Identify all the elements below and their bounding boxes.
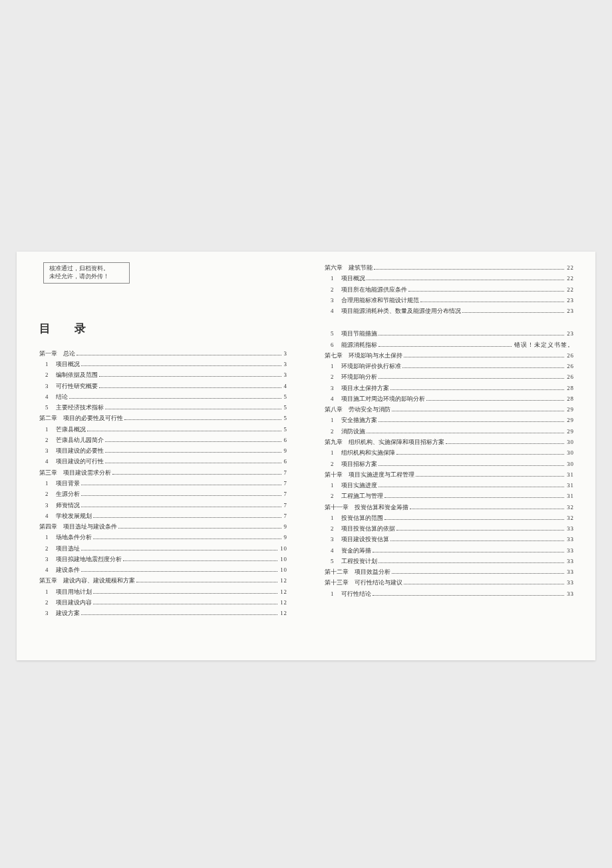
toc-leader-dots <box>390 541 564 541</box>
toc-entry-number: 4 <box>45 391 52 402</box>
toc-entry-label: 第十一章 投资估算和资金筹措 <box>325 502 408 513</box>
toc-entry-page: 33 <box>565 523 574 534</box>
toc-leader-dots <box>379 378 564 379</box>
toc-sub-entry: 5项目节能措施23 <box>325 328 574 339</box>
toc-left: 第一章 总论31项目概况32编制依据及范围33可行性研究概要44结论55主要经济… <box>39 348 287 619</box>
toc-sub-entry: 1项目用地计划12 <box>39 586 287 597</box>
toc-sub-entry: 5工程投资计划33 <box>325 556 574 566</box>
toc-entry-label: 第九章 组织机构、实施保障和项目招标方案 <box>325 437 444 447</box>
toc-leader-dots <box>136 582 277 582</box>
toc-leader-dots <box>76 355 281 355</box>
toc-sub-entry: 2芒康县幼儿园简介6 <box>39 435 287 445</box>
toc-entry-page: 22 <box>565 262 574 273</box>
toc-entry-page: 5 <box>283 402 287 413</box>
toc-entry-page: 26 <box>565 371 574 382</box>
toc-entry-page: 33 <box>565 556 574 566</box>
toc-sub-entry: 1项目概况22 <box>325 273 574 284</box>
toc-right-bottom: 5项目节能措施236能源消耗指标错误！未定义书签。第七章 环境影响与水土保持26… <box>325 328 574 599</box>
toc-entry-label: 环境影响评价执行标准 <box>341 361 401 371</box>
toc-entry-number: 5 <box>331 328 337 339</box>
toc-entry-page: 23 <box>565 306 574 316</box>
toc-heading: 目 录 <box>39 321 287 336</box>
toc-sub-entry: 2消防设施29 <box>325 426 574 437</box>
toc-entry-number: 2 <box>331 491 337 501</box>
toc-entry-page: 7 <box>283 511 287 521</box>
toc-entry-page: 29 <box>565 404 574 415</box>
toc-right-top: 第六章 建筑节能221项目概况222项目所在地能源供应条件223合理用能标准和节… <box>325 262 574 316</box>
toc-entry-number: 3 <box>45 381 52 391</box>
toc-leader-dots <box>81 507 281 507</box>
toc-entry-page: 26 <box>565 361 574 371</box>
toc-entry-number: 3 <box>45 554 52 564</box>
toc-leader-dots <box>81 571 277 572</box>
toc-leader-dots <box>408 291 564 292</box>
toc-entry-page: 4 <box>283 381 287 391</box>
toc-entry-label: 芒康县幼儿园简介 <box>56 435 104 445</box>
toc-entry-label: 项目建设内容 <box>56 597 92 608</box>
toc-leader-dots <box>367 280 564 280</box>
approval-notice: 核准通过，归档资料。 未经允许，请勿外传！ <box>43 262 130 284</box>
toc-entry-label: 项目招标方案 <box>341 459 377 469</box>
toc-sub-entry: 4学校发展规划7 <box>39 511 287 521</box>
toc-entry-page: 12 <box>279 586 287 597</box>
toc-entry-label: 项目投资估算的依据 <box>341 523 395 534</box>
toc-entry-label: 师资情况 <box>56 500 80 511</box>
toc-entry-page: 7 <box>283 500 287 511</box>
toc-entry-label: 项目选址 <box>56 543 80 554</box>
toc-entry-page: 33 <box>565 534 574 544</box>
toc-sub-entry: 4结论5 <box>39 391 287 402</box>
toc-entry-label: 项目水土保持方案 <box>341 383 389 393</box>
toc-entry-page: 12 <box>279 608 287 618</box>
toc-entry-label: 第八章 劳动安全与消防 <box>325 404 390 415</box>
toc-leader-dots <box>379 346 512 347</box>
toc-entry-label: 投资估算的范围 <box>341 513 383 523</box>
toc-chapter-entry: 第三章 项目建设需求分析7 <box>39 467 287 478</box>
toc-entry-number: 2 <box>45 369 52 380</box>
toc-entry-label: 第十章 项目实施进度与工程管理 <box>325 469 414 480</box>
toc-entry-label: 项目施工对周边环境的影响分析 <box>341 393 425 404</box>
toc-entry-number: 4 <box>45 511 52 521</box>
toc-entry-page: 10 <box>279 554 287 564</box>
toc-entry-label: 建设方案 <box>56 608 80 618</box>
toc-entry-label: 场地条件分析 <box>56 532 92 542</box>
toc-entry-page: 33 <box>565 588 574 599</box>
toc-leader-dots <box>69 398 281 399</box>
toc-leader-dots <box>123 560 277 561</box>
toc-leader-dots <box>99 387 281 388</box>
toc-entry-number: 1 <box>45 532 52 542</box>
toc-entry-number: 1 <box>331 513 337 523</box>
toc-leader-dots <box>384 497 564 498</box>
toc-entry-label: 环境影响分析 <box>341 371 377 382</box>
toc-leader-dots <box>379 465 564 466</box>
toc-sub-entry: 2生源分析7 <box>39 489 287 499</box>
toc-entry-page: 3 <box>283 348 287 359</box>
toc-leader-dots <box>81 495 281 496</box>
toc-entry-number: 4 <box>45 564 52 575</box>
toc-entry-page: 29 <box>565 426 574 437</box>
toc-entry-label: 消防设施 <box>341 426 365 437</box>
toc-entry-number: 1 <box>331 447 337 458</box>
toc-entry-label: 项目概况 <box>341 273 365 284</box>
toc-entry-number: 3 <box>331 383 337 393</box>
toc-sub-entry: 1投资估算的范围32 <box>325 513 574 523</box>
toc-entry-page: 5 <box>283 413 287 423</box>
toc-entry-number: 2 <box>45 597 52 608</box>
toc-leader-dots <box>379 421 564 422</box>
toc-entry-label: 主要经济技术指标 <box>56 402 104 413</box>
toc-entry-number: 2 <box>331 371 337 382</box>
page-left: 核准通过，归档资料。 未经允许，请勿外传！ 目 录 第一章 总论31项目概况32… <box>17 252 306 660</box>
toc-entry-label: 可行性结论 <box>341 588 371 599</box>
toc-leader-dots <box>118 528 281 529</box>
toc-entry-number: 1 <box>331 361 337 371</box>
toc-chapter-entry: 第十章 项目实施进度与工程管理31 <box>325 469 574 480</box>
toc-sub-entry: 1可行性结论33 <box>325 588 574 599</box>
toc-chapter-entry: 第二章 项目的必要性及可行性5 <box>39 413 287 423</box>
page-right: 第六章 建筑节能221项目概况222项目所在地能源供应条件223合理用能标准和节… <box>306 252 595 660</box>
toc-entry-number: 2 <box>331 426 337 437</box>
toc-entry-label: 项目节能措施 <box>341 328 377 339</box>
toc-chapter-entry: 第五章 建设内容、建设规模和方案12 <box>39 575 287 586</box>
toc-entry-label: 第二章 项目的必要性及可行性 <box>39 413 123 423</box>
toc-entry-label: 芒康县概况 <box>56 424 86 435</box>
notice-line: 核准通过，归档资料。 <box>49 265 124 273</box>
toc-entry-page: 12 <box>279 575 287 586</box>
